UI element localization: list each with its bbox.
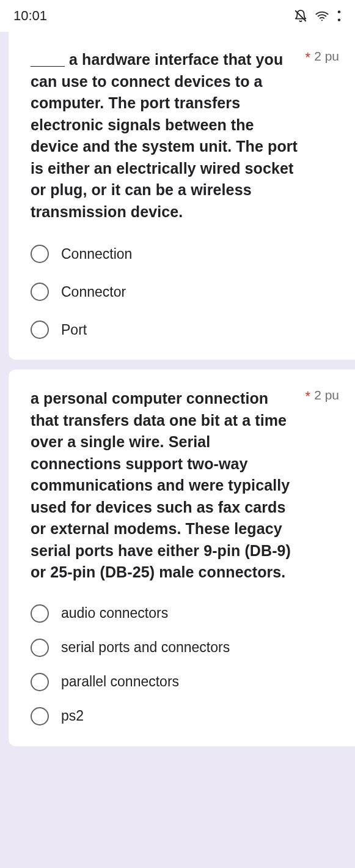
option-audio-connectors[interactable]: audio connectors [31, 604, 339, 623]
question-prompt: a personal computer connection that tran… [31, 388, 299, 584]
option-serial-ports[interactable]: serial ports and connectors [31, 639, 339, 657]
svg-point-1 [321, 20, 323, 21]
option-label: Connector [61, 284, 126, 300]
radio-icon [31, 639, 49, 657]
question-meta: * 2 pu [306, 388, 339, 402]
option-label: parallel connectors [61, 673, 179, 690]
bell-off-icon [294, 9, 307, 23]
radio-icon [31, 245, 49, 263]
option-parallel-connectors[interactable]: parallel connectors [31, 673, 339, 691]
required-asterisk: * [306, 390, 311, 403]
question-card: a personal computer connection that tran… [9, 369, 355, 746]
points-label: 2 pu [314, 388, 339, 402]
question-card: ____ a hardware interface that you can u… [9, 32, 355, 360]
option-connector[interactable]: Connector [31, 283, 339, 301]
status-icons [294, 9, 342, 23]
form-content: ____ a hardware interface that you can u… [0, 32, 355, 746]
wifi-icon [315, 9, 329, 23]
question-header: a personal computer connection that tran… [31, 388, 339, 584]
question-prompt: ____ a hardware interface that you can u… [31, 49, 299, 223]
svg-point-2 [338, 10, 340, 13]
radio-icon [31, 321, 49, 339]
signal-icon [337, 9, 342, 23]
svg-point-3 [338, 18, 340, 21]
radio-icon [31, 604, 49, 623]
option-label: audio connectors [61, 605, 168, 621]
option-label: Port [61, 322, 87, 338]
option-label: ps2 [61, 708, 84, 724]
status-bar: 10:01 [0, 0, 355, 32]
question-header: ____ a hardware interface that you can u… [31, 49, 339, 223]
radio-icon [31, 673, 49, 691]
option-port[interactable]: Port [31, 321, 339, 339]
radio-icon [31, 707, 49, 725]
points-label: 2 pu [314, 49, 339, 64]
required-asterisk: * [306, 51, 311, 64]
question-meta: * 2 pu [306, 49, 339, 64]
radio-icon [31, 283, 49, 301]
option-label: serial ports and connectors [61, 639, 230, 656]
option-connection[interactable]: Connection [31, 245, 339, 263]
options-list: audio connectors serial ports and connec… [31, 604, 339, 725]
status-time: 10:01 [13, 8, 47, 24]
option-label: Connection [61, 246, 132, 262]
option-ps2[interactable]: ps2 [31, 707, 339, 725]
options-list: Connection Connector Port [31, 245, 339, 339]
